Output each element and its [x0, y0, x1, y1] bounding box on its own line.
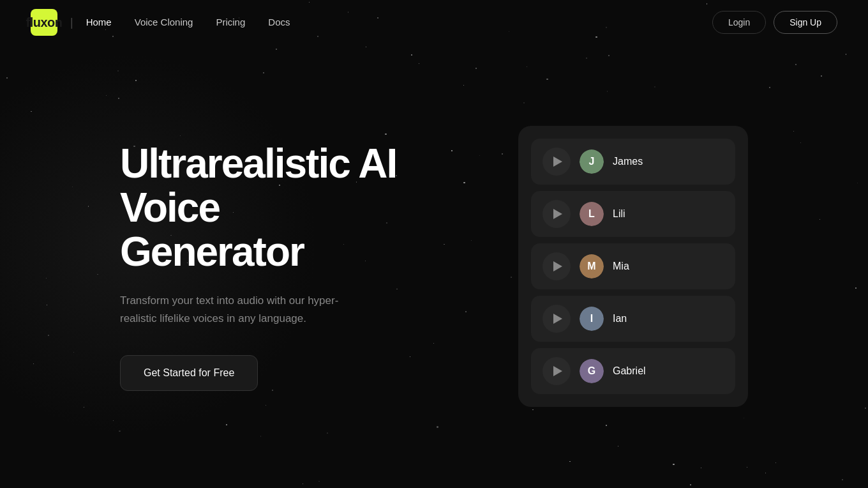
play-icon: [553, 314, 562, 324]
signup-button[interactable]: Sign Up: [774, 11, 837, 34]
voice-name: Gabriel: [613, 365, 646, 377]
play-button-lili[interactable]: [542, 200, 571, 228]
avatar-james: J: [580, 149, 604, 174]
avatar-face: L: [580, 202, 604, 226]
voice-name: James: [613, 156, 643, 167]
nav-links: Home Voice Cloning Pricing Docs: [86, 17, 290, 28]
cta-button[interactable]: Get Started for Free: [120, 355, 258, 391]
hero-right: J James L Lili M Mia I: [518, 126, 748, 407]
avatar-face: G: [580, 359, 604, 383]
voice-name: Mia: [613, 261, 629, 272]
hero-left: Ultrarealistic AI Voice Generator Transf…: [120, 142, 452, 391]
voice-card-mia[interactable]: M Mia: [531, 243, 735, 289]
nav-link-home[interactable]: Home: [86, 17, 112, 27]
nav-item-docs[interactable]: Docs: [268, 17, 290, 28]
voice-name: Lili: [613, 208, 625, 220]
hero-section: Ultrarealistic AI Voice Generator Transf…: [0, 45, 868, 488]
avatar-face: I: [580, 307, 604, 331]
play-button-gabriel[interactable]: [542, 357, 571, 385]
hero-title-line1: Ultrarealistic AI Voice: [120, 141, 396, 231]
voice-name: Ian: [613, 313, 627, 324]
play-icon: [553, 209, 562, 219]
avatar-face: M: [580, 254, 604, 278]
play-icon: [553, 366, 562, 376]
nav-link-pricing[interactable]: Pricing: [216, 17, 245, 27]
nav-link-voice-cloning[interactable]: Voice Cloning: [135, 17, 193, 27]
nav-item-voice-cloning[interactable]: Voice Cloning: [135, 17, 193, 28]
navbar: fluxon | Home Voice Cloning Pricing Docs…: [0, 0, 868, 45]
nav-item-home[interactable]: Home: [86, 17, 112, 28]
hero-subtitle: Transform your text into audio with our …: [120, 292, 350, 326]
login-button[interactable]: Login: [712, 11, 766, 34]
hero-title: Ultrarealistic AI Voice Generator: [120, 142, 452, 274]
avatar-lili: L: [580, 202, 604, 226]
nav-link-docs[interactable]: Docs: [268, 17, 290, 27]
play-button-mia[interactable]: [542, 252, 571, 280]
logo-box: fluxon: [31, 9, 57, 36]
voice-card-gabriel[interactable]: G Gabriel: [531, 348, 735, 394]
play-icon: [553, 156, 562, 167]
avatar-gabriel: G: [580, 359, 604, 383]
voice-card-james[interactable]: J James: [531, 139, 735, 185]
avatar-face: J: [580, 149, 604, 174]
nav-divider: |: [70, 16, 73, 29]
avatar-ian: I: [580, 307, 604, 331]
play-button-james[interactable]: [542, 148, 571, 176]
hero-title-line2: Generator: [120, 229, 304, 275]
play-button-ian[interactable]: [542, 305, 571, 333]
voice-card-ian[interactable]: I Ian: [531, 296, 735, 342]
nav-item-pricing[interactable]: Pricing: [216, 17, 245, 28]
voice-card-lili[interactable]: L Lili: [531, 191, 735, 237]
play-icon: [553, 261, 562, 271]
nav-right: Login Sign Up: [712, 11, 837, 34]
logo-text: fluxon: [26, 15, 63, 30]
voice-panel: J James L Lili M Mia I: [518, 126, 748, 407]
avatar-mia: M: [580, 254, 604, 278]
logo[interactable]: fluxon: [31, 9, 57, 36]
